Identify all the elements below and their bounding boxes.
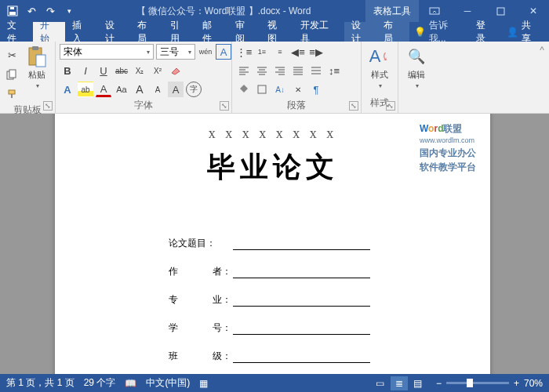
font-name-selector[interactable]: 宋体▾ (60, 44, 154, 60)
distribute-icon[interactable] (308, 63, 324, 78)
table-row: 作者： (169, 258, 427, 278)
svg-rect-10 (32, 46, 38, 50)
paste-label: 粘贴 (28, 69, 45, 81)
print-layout-icon[interactable]: ≣ (391, 376, 408, 390)
save-icon[interactable] (6, 5, 19, 17)
tab-insert[interactable]: 插入 (65, 22, 98, 42)
decrease-indent-icon[interactable]: ◀≡ (290, 44, 306, 60)
tab-design[interactable]: 设计 (98, 22, 131, 42)
styles-launcher-icon[interactable]: ⤡ (386, 101, 395, 111)
justify-icon[interactable] (290, 63, 306, 78)
bullets-icon[interactable]: ⋮≡ (236, 44, 252, 60)
tab-developer[interactable]: 开发工具 (293, 22, 344, 42)
watermark-logo: Word联盟 (420, 116, 476, 136)
field-line[interactable] (233, 291, 370, 307)
tab-mailings[interactable]: 邮件 (195, 22, 228, 42)
highlight-icon[interactable]: ab (78, 82, 93, 97)
zoom-value[interactable]: 70% (524, 378, 543, 389)
watermark: Word联盟 www.wordlm.com 国内专业办公软件教学平台 (420, 116, 476, 174)
tab-review[interactable]: 审阅 (228, 22, 261, 42)
tab-table-design[interactable]: 设计 (344, 22, 377, 42)
tab-layout[interactable]: 布局 (130, 22, 163, 42)
status-proofing-icon[interactable]: 📖 (125, 378, 136, 389)
char-border-icon[interactable]: A (216, 44, 231, 60)
svg-rect-6 (9, 70, 16, 78)
multilevel-icon[interactable]: ≡ (272, 44, 288, 60)
numbering-icon[interactable]: 1≡ (254, 44, 270, 60)
field-line[interactable] (233, 347, 370, 363)
find-icon: 🔍 (405, 45, 427, 67)
field-line[interactable] (233, 263, 370, 278)
field-label-class: 班 (169, 350, 178, 363)
zoom-thumb[interactable] (467, 379, 473, 387)
align-right-icon[interactable] (272, 63, 288, 78)
tab-file[interactable]: 文件 (0, 22, 33, 42)
align-center-icon[interactable] (254, 63, 270, 78)
shrink-font-icon[interactable]: A (150, 82, 165, 97)
status-page[interactable]: 第 1 页，共 1 页 (6, 376, 75, 390)
undo-icon[interactable]: ↶ (25, 5, 38, 17)
bold-button[interactable]: B (60, 63, 75, 78)
group-styles: A⤹ 样式 ▾ 样式⤡ (362, 42, 398, 113)
zoom-slider[interactable] (446, 382, 509, 384)
obscured-header-text: x x x x x x x x (118, 125, 427, 142)
zoom-control: − + 70% (436, 378, 543, 389)
tab-view[interactable]: 视图 (260, 22, 293, 42)
zoom-out-button[interactable]: − (436, 378, 442, 389)
subscript-button[interactable]: X₂ (132, 63, 147, 78)
tab-table-layout[interactable]: 布局 (376, 22, 409, 42)
tab-home[interactable]: 开始 (33, 22, 66, 42)
chevron-down-icon: ▾ (416, 82, 419, 89)
field-line[interactable] (233, 319, 370, 335)
cut-icon[interactable]: ✂ (4, 47, 20, 63)
enclose-char-icon[interactable]: 字 (186, 82, 202, 97)
phonetic-guide-icon[interactable]: wén (198, 44, 213, 60)
svg-rect-12 (258, 85, 266, 93)
document-canvas[interactable]: x x x x x x x x 毕业论文 论文题目： 作者： 专业： 学号： 班… (0, 114, 549, 374)
sort-icon[interactable]: A↓ (272, 82, 288, 97)
tab-references[interactable]: 引用 (163, 22, 196, 42)
editing-label: 编辑 (408, 69, 425, 81)
zoom-in-button[interactable]: + (514, 378, 519, 389)
read-mode-icon[interactable]: ▭ (372, 376, 389, 390)
show-marks-icon[interactable]: ¶ (308, 82, 324, 97)
borders-icon[interactable] (254, 82, 270, 97)
grow-font-icon[interactable]: A (132, 82, 147, 97)
view-mode-buttons: ▭ ≣ ▤ (372, 376, 427, 390)
snap-to-grid-icon[interactable]: ✕ (290, 82, 306, 97)
qat-dropdown-icon[interactable]: ▾ (63, 5, 75, 17)
ribbon-tabs: 文件 开始 插入 设计 布局 引用 邮件 审阅 视图 开发工具 设计 布局 💡告… (0, 22, 549, 42)
styles-button[interactable]: A⤹ 样式 ▾ (365, 44, 394, 91)
paste-button[interactable]: 粘贴 ▾ (23, 44, 51, 91)
copy-icon[interactable] (4, 67, 20, 82)
italic-button[interactable]: I (78, 63, 93, 78)
change-case-icon[interactable]: Aa (114, 82, 129, 97)
collapse-ribbon-icon[interactable]: ^ (535, 42, 549, 113)
text-effects-icon[interactable]: A (60, 82, 75, 97)
watermark-tagline: 国内专业办公软件教学平台 (420, 146, 476, 174)
clipboard-launcher-icon[interactable]: ⤡ (43, 101, 53, 111)
increase-indent-icon[interactable]: ≡▶ (308, 44, 324, 60)
field-line[interactable] (233, 234, 370, 250)
shading-icon[interactable] (236, 82, 252, 97)
strikethrough-button[interactable]: abc (114, 63, 129, 78)
char-shading-icon[interactable]: A (168, 82, 184, 97)
align-left-icon[interactable] (236, 63, 252, 78)
editing-button[interactable]: 🔍 编辑 ▾ (402, 44, 431, 91)
font-launcher-icon[interactable]: ⤡ (220, 101, 229, 111)
status-language[interactable]: 中文(中国) (146, 376, 190, 390)
svg-rect-11 (36, 55, 45, 67)
paragraph-launcher-icon[interactable]: ⤡ (349, 101, 358, 111)
status-macro-icon[interactable]: ▦ (199, 378, 208, 389)
status-word-count[interactable]: 29 个字 (84, 376, 116, 390)
font-size-selector[interactable]: 三号▾ (156, 44, 195, 60)
web-layout-icon[interactable]: ▤ (409, 376, 427, 390)
eraser-icon[interactable] (168, 63, 184, 78)
superscript-button[interactable]: X² (150, 63, 165, 78)
line-spacing-icon[interactable]: ↕≡ (326, 63, 342, 78)
font-color-icon[interactable]: A (96, 82, 111, 97)
redo-icon[interactable]: ↷ (44, 5, 56, 17)
format-painter-icon[interactable] (4, 86, 20, 102)
chevron-down-icon: ▾ (188, 49, 191, 56)
underline-button[interactable]: U (96, 63, 111, 78)
